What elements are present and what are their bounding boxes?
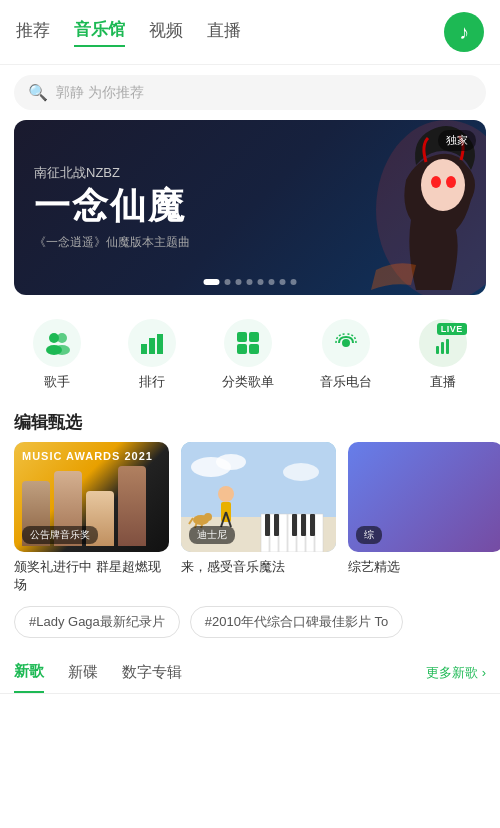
quick-menu-radio[interactable]: 音乐电台 bbox=[320, 319, 372, 391]
quick-menu-live[interactable]: LIVE 直播 bbox=[419, 319, 467, 391]
tab-new-songs[interactable]: 新歌 bbox=[14, 662, 44, 693]
banner-dot-1[interactable] bbox=[204, 279, 220, 285]
svg-point-15 bbox=[342, 339, 350, 347]
editorial-tag-disney: 迪士尼 bbox=[189, 526, 235, 544]
editorial-section-header: 编辑甄选 bbox=[0, 401, 500, 442]
svg-rect-18 bbox=[446, 339, 449, 354]
more-new-songs-link[interactable]: 更多新歌 › bbox=[426, 664, 486, 692]
svg-rect-36 bbox=[310, 514, 315, 536]
banner-title-sub: 《一念逍遥》仙魔版本主题曲 bbox=[34, 234, 466, 251]
playlist-icon bbox=[224, 319, 272, 367]
banner-dot-6[interactable] bbox=[269, 279, 275, 285]
svg-rect-13 bbox=[237, 344, 247, 354]
svg-point-22 bbox=[283, 463, 319, 481]
tab-new-albums[interactable]: 新碟 bbox=[68, 663, 98, 692]
svg-rect-27 bbox=[279, 514, 287, 552]
search-icon: 🔍 bbox=[28, 83, 48, 102]
editorial-card-billboard-image: MUSIC AWARDS 2021 Billboard Billboard MU… bbox=[14, 442, 169, 552]
banner-content: 南征北战NZBZ 一念仙魔 《一念逍遥》仙魔版本主题曲 bbox=[14, 120, 486, 295]
editorial-card-disney-label: 来，感受音乐魔法 bbox=[181, 558, 336, 576]
banner-dot-2[interactable] bbox=[225, 279, 231, 285]
quick-menu-singer[interactable]: 歌手 bbox=[33, 319, 81, 391]
search-placeholder-text: 郭静 为你推荐 bbox=[56, 84, 144, 102]
radio-icon bbox=[322, 319, 370, 367]
billboard-awards-text: MUSIC AWARDS 2021 bbox=[22, 450, 153, 462]
svg-rect-16 bbox=[436, 346, 439, 354]
svg-point-21 bbox=[216, 454, 246, 470]
banner-dot-5[interactable] bbox=[258, 279, 264, 285]
live-label: 直播 bbox=[430, 373, 456, 391]
svg-rect-11 bbox=[237, 332, 247, 342]
banner-subtitle: 南征北战NZBZ bbox=[34, 164, 466, 182]
editorial-title: 编辑甄选 bbox=[14, 411, 82, 434]
banner-dots bbox=[204, 279, 297, 285]
svg-point-7 bbox=[54, 345, 70, 355]
quick-menus: 歌手 排行 分类歌单 bbox=[0, 301, 500, 401]
svg-rect-31 bbox=[315, 514, 323, 552]
new-songs-tabs: 新歌 新碟 数字专辑 更多新歌 › bbox=[0, 650, 500, 694]
music-note-icon: ♪ bbox=[459, 21, 469, 44]
hashtag-row: #Lady Gaga最新纪录片 #2010年代综合口碑最佳影片 To bbox=[0, 594, 500, 650]
banner[interactable]: 南征北战NZBZ 一念仙魔 《一念逍遥》仙魔版本主题曲 独家 bbox=[14, 120, 486, 295]
tab-video[interactable]: 视频 bbox=[149, 19, 183, 46]
live-badge: LIVE bbox=[437, 323, 467, 335]
header: 推荐 音乐馆 视频 直播 ♪ bbox=[0, 0, 500, 65]
editorial-card-billboard-label: 颁奖礼进行中 群星超燃现场 bbox=[14, 558, 169, 594]
tab-recommend[interactable]: 推荐 bbox=[16, 19, 50, 46]
search-bar[interactable]: 🔍 郭静 为你推荐 bbox=[14, 75, 486, 110]
svg-point-37 bbox=[218, 486, 234, 502]
svg-rect-14 bbox=[249, 344, 259, 354]
singer-icon bbox=[33, 319, 81, 367]
banner-exclusive-badge: 独家 bbox=[438, 130, 476, 151]
tab-digital-albums[interactable]: 数字专辑 bbox=[122, 663, 182, 692]
quick-menu-rank[interactable]: 排行 bbox=[128, 319, 176, 391]
svg-point-42 bbox=[204, 513, 212, 521]
svg-rect-8 bbox=[141, 344, 147, 354]
radio-label: 音乐电台 bbox=[320, 373, 372, 391]
quick-menu-playlist[interactable]: 分类歌单 bbox=[222, 319, 274, 391]
app-icon[interactable]: ♪ bbox=[444, 12, 484, 52]
rank-icon bbox=[128, 319, 176, 367]
editorial-card-third[interactable]: 综 综艺精选 bbox=[348, 442, 500, 594]
svg-rect-12 bbox=[249, 332, 259, 342]
editorial-card-disney[interactable]: 迪士尼 来，感受音乐魔法 bbox=[181, 442, 336, 594]
banner-dot-3[interactable] bbox=[236, 279, 242, 285]
singer-label: 歌手 bbox=[44, 373, 70, 391]
svg-rect-32 bbox=[265, 514, 270, 536]
svg-rect-35 bbox=[301, 514, 306, 536]
banner-dot-7[interactable] bbox=[280, 279, 286, 285]
tab-live[interactable]: 直播 bbox=[207, 19, 241, 46]
banner-dot-4[interactable] bbox=[247, 279, 253, 285]
editorial-card-billboard[interactable]: MUSIC AWARDS 2021 Billboard Billboard MU… bbox=[14, 442, 169, 594]
editorial-card-third-label: 综艺精选 bbox=[348, 558, 500, 576]
svg-rect-34 bbox=[292, 514, 297, 536]
svg-point-5 bbox=[57, 333, 67, 343]
hashtag-pill-2[interactable]: #2010年代综合口碑最佳影片 To bbox=[190, 606, 404, 638]
svg-rect-33 bbox=[274, 514, 279, 536]
editorial-card-third-image: 综 bbox=[348, 442, 500, 552]
banner-title: 一念仙魔 bbox=[34, 186, 466, 226]
editorial-card-disney-image: 迪士尼 bbox=[181, 442, 336, 552]
rank-label: 排行 bbox=[139, 373, 165, 391]
hashtag-pill-1[interactable]: #Lady Gaga最新纪录片 bbox=[14, 606, 180, 638]
banner-dot-8[interactable] bbox=[291, 279, 297, 285]
playlist-label: 分类歌单 bbox=[222, 373, 274, 391]
svg-rect-17 bbox=[441, 342, 444, 354]
nav-tabs: 推荐 音乐馆 视频 直播 bbox=[16, 18, 444, 47]
editorial-tag-billboard: 公告牌音乐奖 bbox=[22, 526, 98, 544]
tab-music-hall[interactable]: 音乐馆 bbox=[74, 18, 125, 47]
svg-rect-9 bbox=[149, 338, 155, 354]
live-icon: LIVE bbox=[419, 319, 467, 367]
editorial-cards: MUSIC AWARDS 2021 Billboard Billboard MU… bbox=[0, 442, 500, 594]
editorial-tag-third: 综 bbox=[356, 526, 382, 544]
svg-rect-10 bbox=[157, 334, 163, 354]
